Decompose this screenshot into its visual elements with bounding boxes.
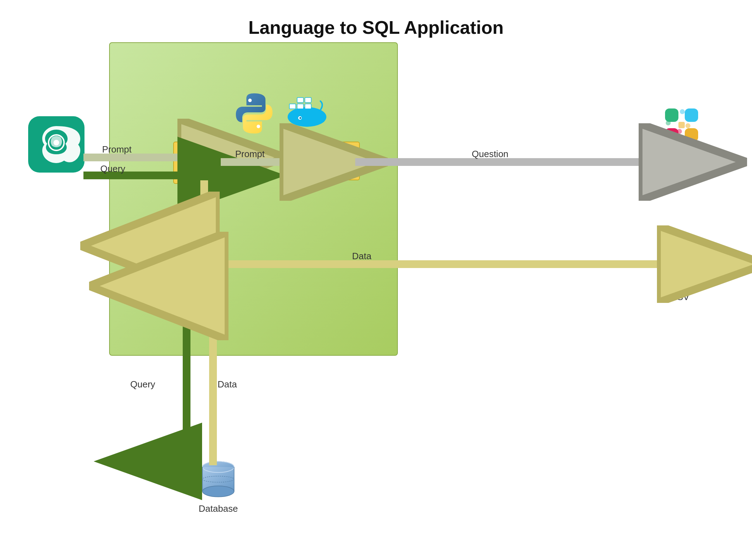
svg-rect-16 bbox=[677, 129, 682, 134]
slack-label: Slack bbox=[670, 151, 693, 162]
prompt-generator-box: Prompt Generator bbox=[296, 142, 360, 180]
svg-rect-14 bbox=[666, 120, 671, 125]
svg-point-9 bbox=[300, 117, 301, 119]
svg-point-12 bbox=[54, 140, 59, 145]
database-label: Database bbox=[199, 503, 238, 514]
query-label-bottom: Query bbox=[130, 379, 155, 390]
svg-rect-5 bbox=[305, 104, 311, 109]
svg-rect-19 bbox=[685, 108, 698, 122]
logos-area bbox=[233, 91, 328, 136]
svg-point-1 bbox=[257, 125, 260, 128]
csv-icon: CSV bbox=[653, 239, 706, 303]
main-application-box: API Handler DB Handler Prompt Generator bbox=[109, 42, 398, 356]
svg-point-29 bbox=[202, 486, 234, 497]
slack-icon: Slack bbox=[653, 102, 710, 166]
question-label: Question bbox=[472, 149, 508, 159]
api-handler-box: API Handler bbox=[173, 142, 223, 184]
svg-rect-17 bbox=[685, 128, 698, 142]
svg-rect-3 bbox=[289, 104, 296, 109]
svg-rect-4 bbox=[297, 104, 303, 109]
svg-rect-21 bbox=[678, 122, 685, 128]
data-label-bottom: Data bbox=[218, 379, 237, 390]
database-icon: Database bbox=[190, 458, 246, 514]
csv-label: CSV bbox=[670, 292, 689, 303]
svg-point-0 bbox=[248, 99, 252, 102]
svg-rect-15 bbox=[665, 128, 678, 142]
page-title: Language to SQL Application bbox=[0, 0, 752, 38]
db-handler-box: DB Handler bbox=[173, 247, 223, 286]
svg-rect-18 bbox=[685, 123, 690, 128]
chatgpt-icon bbox=[28, 116, 84, 173]
svg-rect-6 bbox=[297, 98, 303, 102]
python-icon bbox=[233, 91, 275, 136]
docker-icon bbox=[282, 91, 328, 129]
svg-rect-7 bbox=[305, 98, 311, 102]
svg-marker-23 bbox=[687, 243, 696, 252]
svg-rect-20 bbox=[680, 109, 685, 114]
svg-rect-13 bbox=[665, 108, 678, 122]
